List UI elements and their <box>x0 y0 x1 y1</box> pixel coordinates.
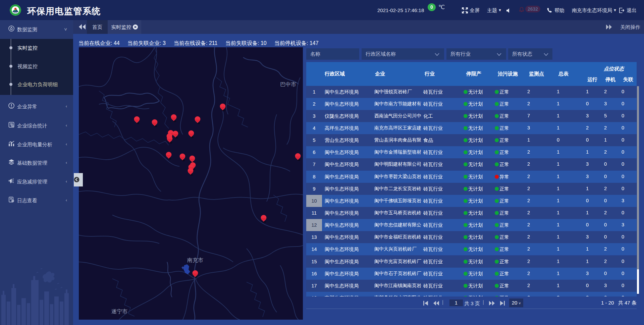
svg-text:巴中市: 巴中市 <box>280 82 296 87</box>
svg-text:遂宁市: 遂宁市 <box>111 309 127 314</box>
svg-text:南充市: 南充市 <box>187 257 203 263</box>
